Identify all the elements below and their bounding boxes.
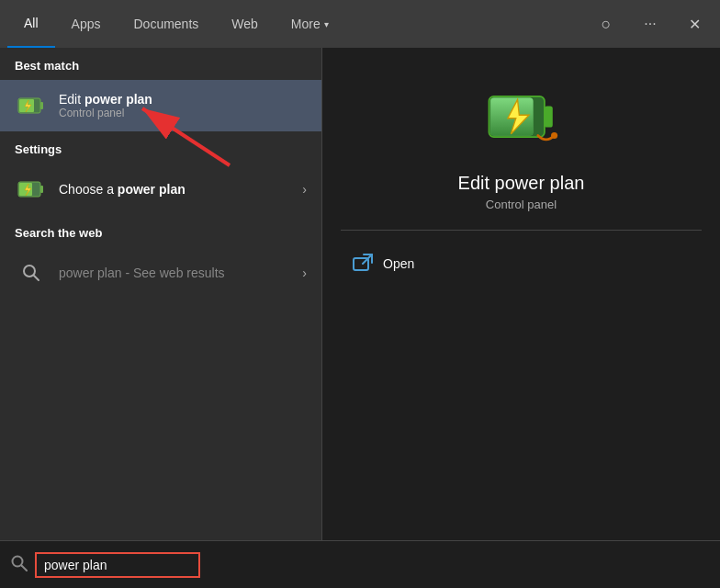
tab-apps-label: Apps bbox=[72, 17, 101, 31]
tab-web-label: Web bbox=[231, 17, 258, 31]
search-nav-icon: ○ bbox=[602, 15, 612, 34]
best-match-label: Best match bbox=[0, 48, 321, 80]
search-nav-button[interactable]: ○ bbox=[588, 6, 624, 42]
web-chevron-right-icon: › bbox=[302, 266, 307, 280]
best-match-title: Edit power plan bbox=[59, 92, 152, 107]
web-search-text: power plan - See web results bbox=[59, 266, 225, 280]
settings-item[interactable]: Choose a power plan › bbox=[0, 164, 321, 215]
svg-rect-4 bbox=[40, 186, 43, 193]
battery-small-icon bbox=[15, 89, 48, 122]
open-action-item[interactable]: Open bbox=[341, 245, 702, 282]
tab-more[interactable]: More ▾ bbox=[275, 0, 345, 48]
nav-right-icons: ○ ··· ✕ bbox=[588, 6, 713, 42]
search-bar-icon bbox=[11, 555, 28, 575]
tab-documents[interactable]: Documents bbox=[117, 0, 215, 48]
open-label: Open bbox=[383, 256, 414, 271]
app-subtitle-large: Control panel bbox=[486, 198, 557, 211]
right-panel: Edit power plan Control panel Open bbox=[321, 48, 720, 540]
chevron-right-icon: › bbox=[302, 182, 307, 197]
svg-line-16 bbox=[22, 565, 28, 571]
settings-label: Settings bbox=[0, 131, 321, 164]
more-options-button[interactable]: ··· bbox=[632, 6, 669, 42]
top-nav: All Apps Documents Web More ▾ ○ ··· ✕ bbox=[0, 0, 720, 48]
tab-documents-label: Documents bbox=[133, 17, 198, 31]
settings-item-title: Choose a power plan bbox=[59, 182, 186, 197]
app-title-large: Edit power plan bbox=[458, 173, 585, 194]
web-search-label: Search the web bbox=[0, 215, 321, 247]
best-match-item[interactable]: Edit power plan Control panel bbox=[0, 80, 321, 131]
search-bar bbox=[0, 540, 720, 588]
tab-all[interactable]: All bbox=[7, 0, 55, 48]
content-area: Best match Edit power plan bbox=[0, 48, 720, 540]
search-input[interactable] bbox=[35, 552, 200, 578]
open-icon bbox=[352, 253, 374, 275]
close-button[interactable]: ✕ bbox=[676, 6, 713, 42]
search-window: All Apps Documents Web More ▾ ○ ··· ✕ bbox=[0, 0, 720, 588]
svg-rect-1 bbox=[40, 102, 43, 109]
best-match-text: Edit power plan Control panel bbox=[59, 92, 152, 119]
close-icon: ✕ bbox=[689, 16, 701, 33]
tab-more-label: More bbox=[291, 17, 321, 31]
left-panel: Best match Edit power plan bbox=[0, 48, 321, 540]
app-large-icon bbox=[480, 75, 563, 158]
web-suffix: - See web results bbox=[125, 266, 224, 280]
web-search-item[interactable]: power plan - See web results › bbox=[0, 247, 321, 299]
settings-item-text: Choose a power plan bbox=[59, 182, 186, 197]
chevron-down-icon: ▾ bbox=[324, 19, 329, 29]
tab-web[interactable]: Web bbox=[215, 0, 275, 48]
web-query: power plan bbox=[59, 266, 122, 280]
svg-point-6 bbox=[24, 266, 35, 277]
tab-all-label: All bbox=[24, 16, 39, 30]
divider bbox=[341, 230, 702, 231]
svg-point-12 bbox=[551, 132, 557, 139]
svg-line-7 bbox=[34, 276, 39, 280]
settings-battery-icon bbox=[15, 173, 48, 206]
tab-apps[interactable]: Apps bbox=[55, 0, 118, 48]
svg-rect-9 bbox=[544, 106, 552, 127]
web-search-icon bbox=[15, 256, 48, 289]
best-match-subtitle: Control panel bbox=[59, 107, 152, 119]
ellipsis-icon: ··· bbox=[644, 16, 656, 32]
